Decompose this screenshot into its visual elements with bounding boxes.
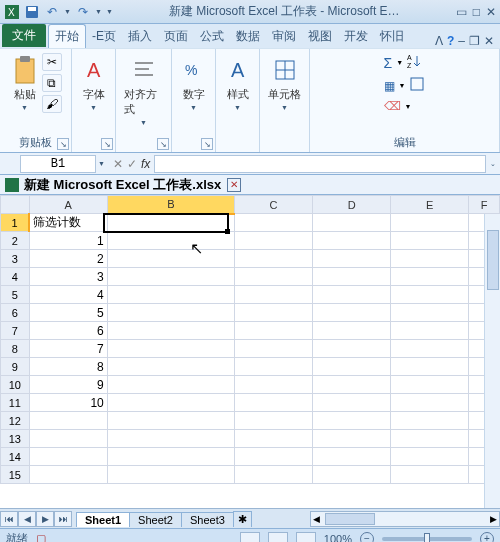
cells-button[interactable]: 单元格 ▼ xyxy=(266,53,303,113)
row-15[interactable]: 15 xyxy=(1,466,30,484)
tab-dev[interactable]: 开发 xyxy=(338,25,374,48)
number-launcher[interactable]: ↘ xyxy=(201,138,213,150)
doc-close-icon[interactable]: ✕ xyxy=(484,34,494,48)
row-3[interactable]: 3 xyxy=(1,250,30,268)
formula-bar[interactable] xyxy=(154,155,486,173)
cell-A11[interactable]: 10 xyxy=(29,394,107,412)
col-E[interactable]: E xyxy=(391,196,469,214)
col-B[interactable]: B xyxy=(107,196,234,214)
zoom-percent[interactable]: 100% xyxy=(324,533,352,543)
row-12[interactable]: 12 xyxy=(1,412,30,430)
doc-restore-icon[interactable]: ❐ xyxy=(469,34,480,48)
file-tab[interactable]: 文件 xyxy=(2,24,46,47)
sheet-nav-last[interactable]: ⏭ xyxy=(54,511,72,527)
cell-A2[interactable]: 1 xyxy=(29,232,107,250)
row-13[interactable]: 13 xyxy=(1,430,30,448)
copy-button[interactable]: ⧉ xyxy=(42,74,62,92)
view-normal-button[interactable] xyxy=(240,532,260,543)
tab-formula[interactable]: 公式 xyxy=(194,25,230,48)
sheet-nav-next[interactable]: ▶ xyxy=(36,511,54,527)
autosum-button[interactable]: Σ xyxy=(384,55,393,71)
font-launcher[interactable]: ↘ xyxy=(101,138,113,150)
sheet-nav-prev[interactable]: ◀ xyxy=(18,511,36,527)
row-7[interactable]: 7 xyxy=(1,322,30,340)
cell-A8[interactable]: 7 xyxy=(29,340,107,358)
cut-button[interactable]: ✂ xyxy=(42,53,62,71)
minimize-icon[interactable]: ▭ xyxy=(456,5,467,19)
row-4[interactable]: 4 xyxy=(1,268,30,286)
cell-A1[interactable]: 筛选计数 xyxy=(29,214,107,232)
view-break-button[interactable] xyxy=(296,532,316,543)
zoom-in-button[interactable]: + xyxy=(480,532,494,543)
cell-A6[interactable]: 5 xyxy=(29,304,107,322)
col-C[interactable]: C xyxy=(235,196,313,214)
minimize-ribbon-icon[interactable]: ᐱ xyxy=(435,34,443,48)
fx-icon[interactable]: fx xyxy=(141,157,150,171)
sheet-tab-2[interactable]: Sheet2 xyxy=(129,512,182,527)
cell-A10[interactable]: 9 xyxy=(29,376,107,394)
row-14[interactable]: 14 xyxy=(1,448,30,466)
clipboard-launcher[interactable]: ↘ xyxy=(57,138,69,150)
vertical-scrollbar[interactable] xyxy=(484,214,500,508)
find-button[interactable] xyxy=(409,76,425,95)
styles-button[interactable]: A 样式 ▼ xyxy=(223,53,253,113)
undo-dropdown[interactable]: ▼ xyxy=(64,8,71,15)
cancel-formula-icon[interactable]: ✕ xyxy=(113,157,123,171)
tab-view[interactable]: 视图 xyxy=(302,25,338,48)
view-page-button[interactable] xyxy=(268,532,288,543)
number-button[interactable]: % 数字 ▼ xyxy=(179,53,209,113)
tab-insert[interactable]: 插入 xyxy=(122,25,158,48)
col-A[interactable]: A xyxy=(29,196,107,214)
align-launcher[interactable]: ↘ xyxy=(157,138,169,150)
tab-legacy[interactable]: 怀旧 xyxy=(374,25,410,48)
select-all-corner[interactable] xyxy=(1,196,30,214)
close-icon[interactable]: ✕ xyxy=(486,5,496,19)
row-5[interactable]: 5 xyxy=(1,286,30,304)
help-icon[interactable]: ? xyxy=(447,34,454,48)
undo-icon[interactable]: ↶ xyxy=(44,4,60,20)
cell-A5[interactable]: 4 xyxy=(29,286,107,304)
formula-expand[interactable]: ⌄ xyxy=(490,160,496,168)
col-D[interactable]: D xyxy=(313,196,391,214)
redo-icon[interactable]: ↷ xyxy=(75,4,91,20)
sort-button[interactable]: AZ xyxy=(407,53,423,72)
align-button[interactable]: 对齐方式 ▼ xyxy=(122,53,165,128)
zoom-knob[interactable] xyxy=(424,533,430,543)
row-8[interactable]: 8 xyxy=(1,340,30,358)
save-icon[interactable] xyxy=(24,4,40,20)
doc-min-icon[interactable]: – xyxy=(458,34,465,48)
cell-A7[interactable]: 6 xyxy=(29,322,107,340)
sheet-nav-first[interactable]: ⏮ xyxy=(0,511,18,527)
qat-dropdown[interactable]: ▼ xyxy=(106,8,113,15)
maximize-icon[interactable]: □ xyxy=(473,5,480,19)
tab-1[interactable]: -E页 xyxy=(86,25,122,48)
tab-home[interactable]: 开始 xyxy=(48,24,86,48)
sheet-tab-1[interactable]: Sheet1 xyxy=(76,512,130,527)
cell-A4[interactable]: 3 xyxy=(29,268,107,286)
row-10[interactable]: 10 xyxy=(1,376,30,394)
col-F[interactable]: F xyxy=(469,196,500,214)
cell-A9[interactable]: 8 xyxy=(29,358,107,376)
font-button[interactable]: A 字体 ▼ xyxy=(79,53,109,113)
zoom-slider[interactable] xyxy=(382,537,472,541)
paste-button[interactable]: 粘贴 ▼ xyxy=(10,53,40,113)
horizontal-scrollbar[interactable]: ◀ ▶ xyxy=(310,511,500,527)
row-6[interactable]: 6 xyxy=(1,304,30,322)
sheet-tab-3[interactable]: Sheet3 xyxy=(181,512,234,527)
cell-D1[interactable] xyxy=(313,214,391,232)
vscroll-thumb[interactable] xyxy=(487,230,499,290)
name-box[interactable]: B1 xyxy=(20,155,96,173)
format-painter-button[interactable]: 🖌 xyxy=(42,95,62,113)
fill-button[interactable]: ▦ xyxy=(384,79,395,93)
spreadsheet-grid[interactable]: A B C D E F 1筛选计数 21 32 43 54 65 76 87 9… xyxy=(0,195,500,484)
cell-E1[interactable] xyxy=(391,214,469,232)
workbook-close-button[interactable]: ✕ xyxy=(227,178,241,192)
hscroll-thumb[interactable] xyxy=(325,513,375,525)
cell-C1[interactable] xyxy=(235,214,313,232)
tab-page[interactable]: 页面 xyxy=(158,25,194,48)
row-11[interactable]: 11 xyxy=(1,394,30,412)
row-9[interactable]: 9 xyxy=(1,358,30,376)
cell-A3[interactable]: 2 xyxy=(29,250,107,268)
new-sheet-button[interactable]: ✱ xyxy=(233,511,252,527)
zoom-out-button[interactable]: − xyxy=(360,532,374,543)
